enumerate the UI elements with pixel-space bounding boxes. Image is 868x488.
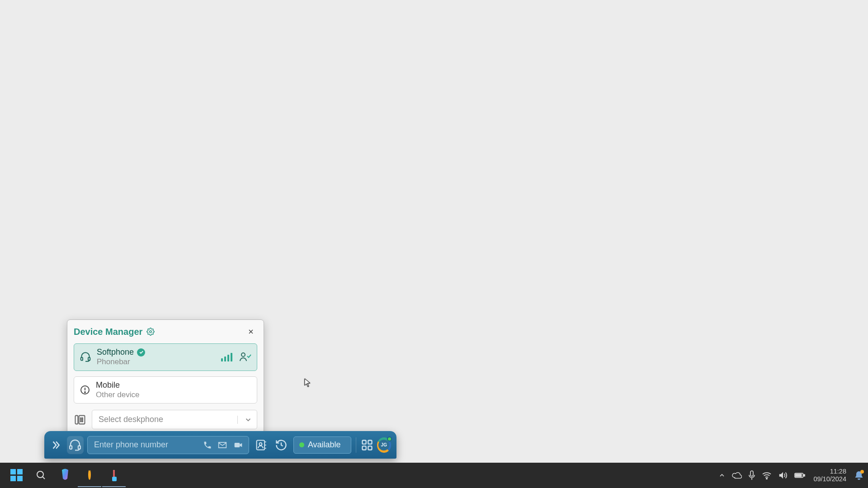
svg-rect-27 bbox=[804, 474, 805, 476]
taskbar-right: 11:28 09/10/2024 bbox=[718, 468, 863, 483]
svg-rect-19 bbox=[362, 440, 366, 444]
device-row-softphone[interactable]: Softphone Phonebar bbox=[74, 343, 257, 371]
volume-icon[interactable] bbox=[778, 471, 788, 480]
signal-icon bbox=[221, 353, 232, 361]
snipping-tool-icon bbox=[113, 471, 115, 479]
device-subtitle: Phonebar bbox=[97, 357, 145, 367]
svg-rect-21 bbox=[362, 446, 366, 450]
taskbar-app-loading[interactable] bbox=[78, 464, 101, 487]
spinner-icon bbox=[88, 471, 91, 479]
device-subtitle: Other device bbox=[96, 390, 139, 400]
svg-rect-20 bbox=[368, 440, 372, 444]
deskphone-icon bbox=[74, 413, 86, 426]
device-row-mobile[interactable]: Mobile Other device bbox=[74, 376, 257, 404]
device-manager-popup: Device Manager Softphone bbox=[67, 319, 264, 438]
apps-grid-icon[interactable] bbox=[361, 439, 373, 451]
battery-icon[interactable] bbox=[794, 472, 805, 479]
taskbar-clock[interactable]: 11:28 09/10/2024 bbox=[811, 468, 848, 483]
mail-icon[interactable] bbox=[216, 439, 229, 451]
search-button[interactable] bbox=[29, 464, 52, 487]
phone-number-input[interactable] bbox=[94, 440, 199, 450]
svg-rect-28 bbox=[796, 474, 802, 477]
svg-rect-14 bbox=[70, 446, 72, 449]
svg-point-23 bbox=[37, 471, 43, 478]
check-badge-icon bbox=[137, 348, 145, 357]
device-status-icons bbox=[221, 352, 251, 362]
mouse-cursor-icon bbox=[304, 378, 311, 387]
notification-dot-icon bbox=[860, 470, 864, 474]
chevron-down-icon bbox=[237, 416, 252, 424]
svg-rect-6 bbox=[75, 416, 78, 424]
search-icon bbox=[35, 469, 46, 480]
close-icon[interactable] bbox=[245, 325, 257, 338]
svg-point-13 bbox=[82, 421, 83, 422]
microphone-icon[interactable] bbox=[748, 470, 755, 480]
device-labels: Softphone Phonebar bbox=[97, 347, 145, 367]
taskbar-app-snip[interactable] bbox=[102, 464, 126, 487]
status-label: Available bbox=[308, 440, 341, 450]
presence-status[interactable]: Available bbox=[293, 436, 351, 454]
gear-icon[interactable] bbox=[146, 328, 155, 336]
svg-point-8 bbox=[80, 418, 81, 418]
user-check-icon bbox=[239, 352, 251, 362]
svg-point-25 bbox=[766, 478, 767, 479]
start-button[interactable] bbox=[5, 464, 28, 487]
copilot-button[interactable] bbox=[53, 464, 77, 487]
device-name: Softphone bbox=[97, 347, 134, 357]
status-dot-icon bbox=[299, 442, 304, 447]
taskbar-left bbox=[5, 464, 126, 487]
svg-point-9 bbox=[82, 418, 83, 418]
svg-point-18 bbox=[259, 442, 262, 445]
svg-point-11 bbox=[82, 419, 83, 420]
svg-point-10 bbox=[80, 419, 81, 420]
deskphone-row: Select deskphone bbox=[74, 410, 257, 429]
svg-point-0 bbox=[150, 331, 152, 333]
wifi-icon[interactable] bbox=[762, 471, 772, 479]
history-button[interactable] bbox=[273, 436, 290, 454]
device-manager-title: Device Manager bbox=[74, 327, 142, 337]
svg-rect-22 bbox=[368, 446, 372, 450]
phonebar-toolbar: Available JG bbox=[44, 431, 396, 459]
notifications-icon[interactable] bbox=[854, 470, 863, 480]
device-manager-header: Device Manager bbox=[74, 325, 257, 338]
svg-point-5 bbox=[85, 392, 85, 393]
taskbar-time: 11:28 bbox=[830, 468, 846, 475]
windows-taskbar: 11:28 09/10/2024 bbox=[0, 463, 868, 488]
svg-rect-1 bbox=[81, 357, 83, 361]
alert-circle-icon bbox=[80, 385, 90, 395]
onedrive-icon[interactable] bbox=[732, 471, 742, 479]
user-avatar[interactable]: JG bbox=[377, 437, 391, 453]
tray-chevron-up-icon[interactable] bbox=[718, 472, 726, 479]
presence-badge-icon bbox=[387, 436, 392, 441]
phone-input-wrap bbox=[87, 436, 249, 454]
headset-toggle[interactable] bbox=[67, 436, 84, 454]
deskphone-placeholder: Select deskphone bbox=[99, 415, 163, 424]
svg-point-3 bbox=[241, 353, 245, 357]
video-icon[interactable] bbox=[231, 439, 245, 451]
headset-icon bbox=[80, 351, 91, 363]
separator bbox=[356, 437, 356, 453]
call-icon[interactable] bbox=[202, 439, 213, 451]
svg-rect-24 bbox=[750, 471, 753, 476]
expand-chevrons-icon[interactable] bbox=[48, 437, 63, 453]
svg-rect-16 bbox=[235, 443, 240, 447]
deskphone-select[interactable]: Select deskphone bbox=[92, 410, 257, 429]
copilot-icon bbox=[60, 469, 71, 481]
svg-point-12 bbox=[80, 421, 81, 422]
contacts-button[interactable] bbox=[253, 436, 269, 454]
taskbar-date: 09/10/2024 bbox=[813, 475, 846, 483]
windows-logo-icon bbox=[10, 469, 23, 481]
device-name: Mobile bbox=[96, 380, 139, 390]
device-labels: Mobile Other device bbox=[96, 380, 139, 400]
